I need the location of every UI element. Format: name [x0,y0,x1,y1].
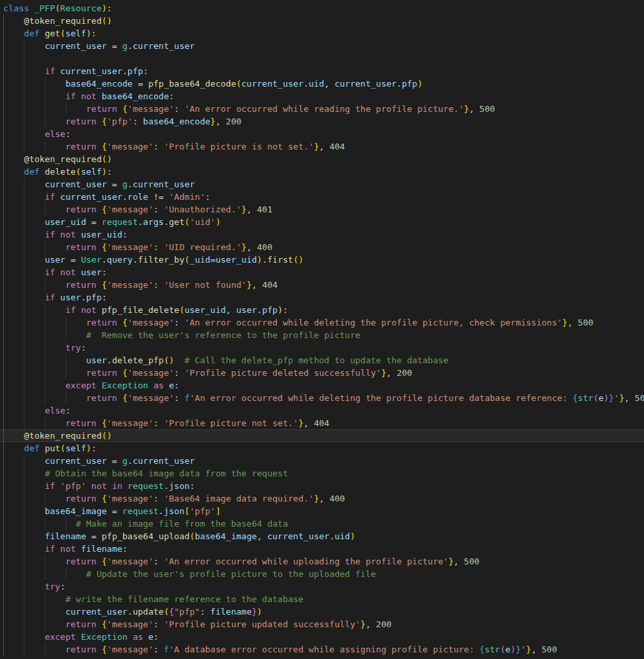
code-text: if 'pfp' not in request.json: [3,481,195,491]
code-editor[interactable]: class _PFP(Resource): @token_required() … [0,0,644,659]
code-text: def put(self): [3,443,97,453]
code-text: return {'message': 'Unauthorized.'}, 401 [3,204,272,214]
code-token: 'Profile picture deleted successfully' [184,368,381,378]
code-token [3,305,65,315]
code-token: : [174,393,184,403]
code-token: uid [309,79,324,89]
code-token: 200 [376,619,391,629]
code-token: user [45,255,65,265]
code-text: except Exception as e: [3,632,159,642]
code-token: @token_required [24,16,101,26]
code-token: "pfp" [174,607,200,617]
code-line: else: [0,404,644,417]
code-token: . [164,481,169,491]
code-text: if not base64_encode: [3,91,174,101]
code-token: = [86,217,101,227]
code-text: if current_user.role != 'Admin': [3,192,210,202]
code-token: , [319,494,329,504]
code-token [3,481,45,491]
code-token: delete_pfp [112,355,163,365]
code-token: user_uid [81,230,122,240]
code-token: , [531,644,542,654]
code-token: g [122,456,128,466]
code-token: ( [184,255,190,265]
code-token: 'Admin' [169,192,205,202]
code-token: json [164,506,184,516]
code-text: current_user = g.current_user [3,41,195,51]
code-line: current_user = g.current_user [0,455,644,467]
code-token: 'message' [107,242,153,252]
code-token: 'message' [128,318,174,328]
code-token: : [133,116,143,126]
code-token: # Call the delete_pfp method to update t… [174,355,448,365]
code-line: def get(self): [0,27,644,40]
code-token: try [45,582,60,592]
code-text: return {'pfp': base64_encode}, 200 [3,116,241,126]
code-token: : [65,129,71,139]
code-text: current_user = g.current_user [3,179,195,189]
code-token: 400 [329,494,344,504]
code-token: ( [60,28,65,38]
code-line: return {'message': 'Profile picture is n… [0,140,644,153]
code-line: return {'message': 'Profile picture dele… [0,367,644,379]
code-token: ) [216,217,221,227]
code-token: class [3,3,34,13]
code-token: { [122,318,128,328]
code-token: : [102,292,107,302]
code-token: return [65,280,102,290]
code-token [3,142,65,152]
code-token: () [293,255,303,265]
code-text: # Update the user's profile picture to t… [3,569,376,579]
code-token: ) [417,79,423,89]
code-token: 404 [329,142,344,152]
code-token: , [216,116,226,126]
code-token: . [128,456,133,466]
code-token: } [210,116,216,126]
code-token: . [128,179,133,189]
code-token: base64_image [45,506,107,516]
code-text: @token_required() [3,154,112,164]
code-token: { [102,142,107,152]
code-token: { [102,280,107,290]
code-token: : [143,66,148,76]
code-line: base64_image = request.json['pfp'] [0,505,644,517]
code-token: # Remove the user's reference to the pro… [86,330,360,340]
code-token [3,129,45,139]
code-token: if [45,481,60,491]
code-token: _PFP [34,3,55,13]
code-token: : [153,644,164,654]
code-text: return {'message': 'An error occurred wh… [3,104,495,114]
code-line: try: [0,341,644,354]
code-token: = [65,255,81,265]
code-token: current_user [45,41,107,51]
code-text: base64_image = request.json['pfp'] [3,506,221,516]
code-token: user_uid [184,305,226,315]
code-token: def [24,28,44,38]
code-line: return {'message': 'An error occurred wh… [0,555,644,568]
code-token: return [86,318,122,328]
code-token [3,380,65,390]
code-token: def [24,167,44,177]
code-line: current_user.update({"pfp": filename}) [0,605,644,618]
code-token: 400 [257,242,272,252]
code-token: . [164,217,169,227]
code-token: { [102,556,107,566]
code-token [3,607,65,617]
code-text: return {'message': f'An error occurred w… [3,393,644,403]
code-token: 'pfp' [60,481,86,491]
code-text: # write the filename reference to the da… [3,594,303,604]
code-token: current_user [133,179,195,189]
code-token: ] [216,506,221,516]
code-token: , [303,418,314,428]
code-token: 'An error occurred while deleting the pr… [184,318,562,328]
code-line: return {'pfp': base64_encode}, 200 [0,115,644,128]
code-token: base64_encode [143,116,210,126]
code-token [3,292,45,302]
code-text: if user.pfp: [3,292,107,302]
code-line: user = User.query.filter_by(_uid=user_ui… [0,253,644,266]
code-token: } [298,418,303,428]
code-text: else: [3,406,71,416]
code-token: { [122,104,128,114]
code-text: user.delete_pfp() # Call the delete_pfp … [3,355,448,365]
code-token: not [60,267,81,277]
